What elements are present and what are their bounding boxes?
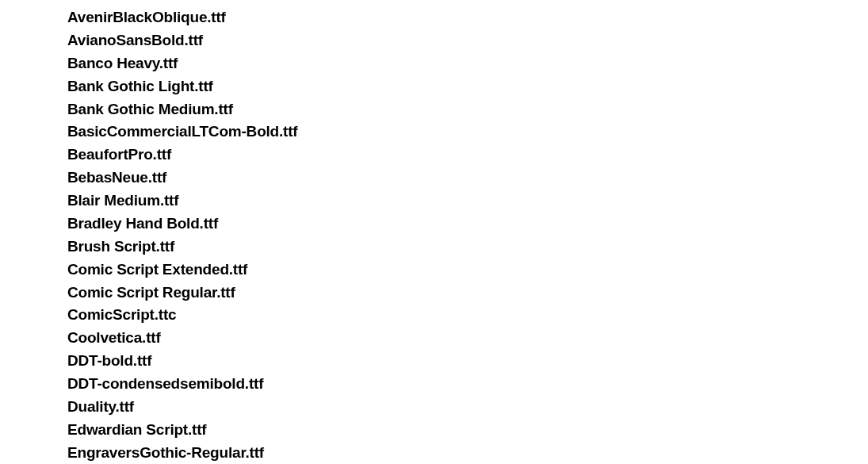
list-item: Bank Gothic Light.ttf (67, 75, 868, 98)
list-item: Duality.ttf (67, 396, 868, 419)
list-item: Comic Script Regular.ttf (67, 282, 868, 305)
list-item: Edwardian Script.ttf (67, 419, 868, 442)
list-item: Brush Script.ttf (67, 236, 868, 259)
font-file-list: AvenirBlackOblique.ttf AvianoSansBold.tt… (67, 6, 868, 464)
list-item: BebasNeue.ttf (67, 167, 868, 190)
list-item: BasicCommercialLTCom-Bold.ttf (67, 121, 868, 144)
list-item: ComicScript.ttc (67, 304, 868, 327)
list-item: Banco Heavy.ttf (67, 52, 868, 75)
list-item: AvianoSansBold.ttf (67, 29, 868, 52)
list-item: Comic Script Extended.ttf (67, 259, 868, 282)
list-item: DDT-bold.ttf (67, 350, 868, 373)
list-item: Blair Medium.ttf (67, 190, 868, 213)
list-item: Bradley Hand Bold.ttf (67, 213, 868, 236)
list-item: EngraversGothic-Regular.ttf (67, 442, 868, 464)
list-item: Coolvetica.ttf (67, 327, 868, 350)
list-item: DDT-condensedsemibold.ttf (67, 373, 868, 396)
list-item: BeaufortPro.ttf (67, 144, 868, 167)
list-item: AvenirBlackOblique.ttf (67, 6, 868, 29)
list-item: Bank Gothic Medium.ttf (67, 98, 868, 121)
